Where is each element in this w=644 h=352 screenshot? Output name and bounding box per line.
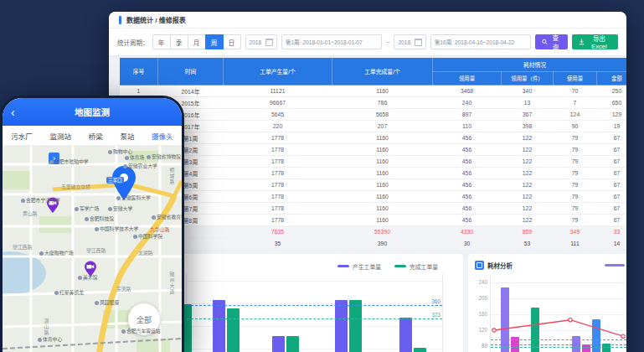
poi-icon [21,199,25,203]
map-label: 安徽大学 [108,204,132,212]
column-header: 工单产生量/个 [224,58,332,85]
column-header: 时间 [158,58,224,85]
phone-title: 地图监测 [75,106,110,118]
phone-tab[interactable]: 桥梁 [89,131,103,141]
map-label: 美术馆 [78,273,97,281]
poi-icon [121,329,126,334]
table-cell: 67 [597,179,627,191]
phone-tab[interactable]: 监测站 [50,131,72,141]
table-cell: 79 [554,191,597,203]
phone-tab[interactable]: 污水厂 [11,131,33,141]
week-end-input[interactable]: 第16周: 2018-04-16~2018-04-22 [430,34,531,49]
table-cell: 1778 [224,203,332,215]
bar[interactable] [213,300,225,352]
week-start-input[interactable]: 第1周: 2018-01-01~2018-01-07 [281,34,382,49]
table-cell: 67 [597,144,627,156]
export-excel-button[interactable]: 导出Excel [572,34,618,49]
table-row[interactable]: 12第8周177811604561227967 [120,215,627,226]
bar[interactable] [286,336,299,352]
table-row[interactable]: 22015年96667786240137650 [120,97,627,109]
back-icon[interactable]: ‹ [11,106,15,118]
poi-icon [108,207,112,211]
consumable-chart-card: 耗材分析 2402001601208040 [468,254,626,352]
table-cell: 367 [502,109,554,121]
table-cell: 456 [433,215,502,226]
trend-line [491,276,626,352]
table-row[interactable]: 8第4周177811604561227967 [120,168,627,179]
search-button[interactable]: 查询 [535,34,568,49]
table-cell: 67 [597,132,627,144]
map-label: 五里墩立交桥 [61,183,90,190]
table-row[interactable]: 12014年111211160346834070250 [120,85,627,97]
subcolumn-header: 金额 [597,72,627,85]
year-end-select[interactable]: 2018 [394,34,425,49]
bar[interactable] [349,300,362,352]
table-row[interactable]: 11第7周177811604561227967 [120,203,627,215]
subcolumn-header: 领用量（件） [502,72,554,85]
period-button[interactable]: 月 [188,34,206,49]
bar[interactable] [227,308,240,352]
table-row[interactable]: 6第2周177811604561227967 [120,144,627,156]
table-row[interactable]: 9第5周177811604561227967 [120,179,627,191]
period-label: 统计周期： [117,38,149,47]
poi-icon [147,155,151,159]
table-cell: 1778 [224,179,332,191]
poi-icon [152,215,156,220]
table-row[interactable]: 42017年2202071103989019 [120,121,627,132]
map-label: 中国科学技术大学 [95,225,138,232]
table-cell: 1778 [224,156,332,168]
table-row[interactable]: 10第6周177811604561227967 [120,191,627,203]
column-header: 工单完成量/个 [332,58,433,85]
table-cell: 13 [502,97,554,109]
table-cell: 1160 [332,144,433,156]
table-cell: 456 [433,168,502,179]
legend-item[interactable]: 完成工单量 [394,262,438,271]
legend-item[interactable]: 产生工单量 [337,262,381,271]
table-cell: 398 [502,121,554,132]
poi-icon [95,227,99,231]
map-label: 望江西路 [13,243,32,251]
table-cell: 2014年 [158,85,224,97]
period-button[interactable]: 季 [170,34,188,49]
bar[interactable] [335,300,348,352]
table-cell: 456 [433,179,502,191]
year-start-select[interactable]: 2018 [245,34,277,49]
table-cell: 90 [554,121,597,132]
bar[interactable] [399,318,412,352]
consumable-chart-plot [490,276,626,352]
period-segment: 年季月周日 [153,34,241,49]
period-button[interactable]: 日 [223,34,241,49]
map-label: 体育场 [125,153,144,161]
bar[interactable] [272,336,285,352]
reference-line: 360 [187,305,442,306]
table-cell: 250 [597,85,627,97]
poi-icon [85,217,89,221]
map-label: 安徽医科大学 [116,194,151,201]
period-button[interactable]: 年 [152,34,171,49]
table-cell: 79 [554,203,597,215]
phone-device: ‹ 地图监测 污水厂监测站桥梁泵站摄像头 [0,96,184,352]
bar[interactable] [414,348,426,352]
map-label: 安徽省教育学院 [152,213,182,220]
table-cell: 67 [597,203,627,215]
phone-tab[interactable]: 泵站 [120,131,134,141]
legend-swatch [337,265,349,267]
total-row: 合计763555390433085934933 [120,226,627,238]
map-view[interactable]: › 全部 购物中心体育场合肥市琥珀中学安徽农业大学安徽省博物馆桐城路三孝口五里墩… [3,146,182,352]
table-cell: 1778 [224,144,332,156]
map-label: 徽州大道 [168,272,176,294]
table-row[interactable]: 5第1周177811604561227967 [120,132,627,144]
map-label: 合肥市琥珀中学 [49,158,89,165]
map-label: 中国科学院 [133,232,162,240]
table-row[interactable]: 32016年56455658897367124129 [120,109,627,121]
phone-tab[interactable]: 摄像头 [152,131,173,141]
table-cell: 79 [554,132,597,144]
table-row[interactable]: 7第3周177811604561227967 [120,156,627,168]
period-button[interactable]: 周 [205,34,224,49]
map-label: 潜山路 [43,318,50,335]
table-cell: 456 [433,156,502,168]
dashboard-panel: 数据统计 / 维修报表 统计周期： 年季月周日 2018 第1周: 2018-0… [109,12,626,352]
legend-swatch-cut [605,264,625,267]
table-cell: 122 [502,179,554,191]
table-cell: 79 [554,215,597,226]
